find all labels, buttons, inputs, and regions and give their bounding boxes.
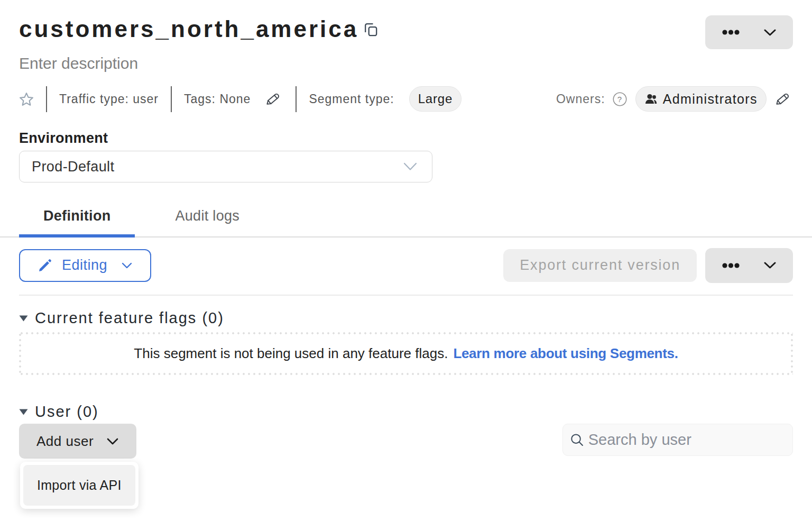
svg-text:?: ? bbox=[617, 95, 622, 104]
empty-state-text: This segment is not being used in any fe… bbox=[134, 345, 448, 362]
collapse-triangle-icon bbox=[19, 409, 28, 415]
favorite-star-icon[interactable] bbox=[19, 92, 34, 106]
tab-definition[interactable]: Definition bbox=[19, 203, 135, 236]
chevron-down-icon bbox=[122, 262, 132, 269]
export-current-version-button[interactable]: Export current version bbox=[503, 249, 697, 282]
chevron-down-icon bbox=[403, 162, 417, 171]
toolbar: Editing Export current version bbox=[19, 248, 793, 282]
chevron-down-icon bbox=[764, 262, 776, 269]
add-user-button[interactable]: Add user bbox=[19, 424, 136, 459]
search-by-user-box bbox=[562, 424, 793, 456]
search-by-user-input[interactable] bbox=[588, 431, 785, 449]
owners-badge[interactable]: Administrators bbox=[635, 86, 767, 112]
tab-audit-logs[interactable]: Audit logs bbox=[151, 203, 264, 236]
edit-owners-pencil-icon[interactable] bbox=[774, 91, 793, 107]
copy-icon[interactable] bbox=[364, 23, 377, 36]
divider bbox=[296, 86, 297, 112]
segment-type-value: Large bbox=[418, 92, 453, 106]
user-section-header[interactable]: User (0) bbox=[19, 403, 99, 421]
divider bbox=[171, 86, 172, 112]
edit-tags-pencil-icon[interactable] bbox=[264, 91, 283, 107]
segment-type-label: Segment type: bbox=[309, 92, 394, 106]
divider bbox=[46, 86, 47, 112]
chevron-down-icon bbox=[764, 29, 776, 36]
feature-flags-section-header[interactable]: Current feature flags (0) bbox=[19, 309, 224, 327]
traffic-type-label: Traffic type: user bbox=[59, 92, 159, 106]
owners-value: Administrators bbox=[663, 92, 758, 107]
user-heading: User (0) bbox=[35, 403, 99, 421]
collapse-triangle-icon bbox=[19, 315, 28, 322]
help-icon[interactable]: ? bbox=[613, 92, 627, 106]
tags-label: Tags: None bbox=[184, 92, 251, 106]
add-user-dropdown-menu: Import via API bbox=[20, 462, 139, 509]
pencil-icon bbox=[38, 259, 52, 272]
editing-label: Editing bbox=[62, 257, 107, 273]
title-row: customers_north_america bbox=[19, 16, 377, 42]
add-user-label: Add user bbox=[36, 433, 94, 450]
tab-bar: Definition Audit logs bbox=[0, 203, 812, 237]
meta-row: Traffic type: user Tags: None Segment ty… bbox=[19, 86, 793, 112]
environment-label: Environment bbox=[19, 130, 108, 147]
owners-label: Owners: bbox=[556, 92, 605, 106]
header-more-menu-button[interactable] bbox=[705, 15, 793, 49]
section-divider bbox=[19, 295, 793, 296]
description-placeholder[interactable]: Enter description bbox=[19, 54, 138, 72]
environment-selected-value: Prod-Default bbox=[32, 159, 114, 175]
segment-type-badge: Large bbox=[409, 86, 462, 112]
page-title: customers_north_america bbox=[19, 16, 358, 42]
learn-more-link[interactable]: Learn more about using Segments. bbox=[453, 345, 678, 362]
feature-flags-empty-state: This segment is not being used in any fe… bbox=[19, 332, 793, 375]
editing-dropdown-button[interactable]: Editing bbox=[19, 249, 151, 282]
environment-select[interactable]: Prod-Default bbox=[19, 151, 432, 182]
menu-item-import-via-api[interactable]: Import via API bbox=[23, 465, 135, 506]
search-icon bbox=[570, 433, 584, 447]
ellipsis-icon bbox=[722, 30, 740, 35]
owners-cluster: Owners: ? Administrators bbox=[556, 86, 793, 112]
definition-more-menu-button[interactable] bbox=[705, 248, 793, 283]
chevron-down-icon bbox=[107, 438, 118, 445]
ellipsis-icon bbox=[722, 263, 740, 268]
feature-flags-heading: Current feature flags (0) bbox=[35, 309, 224, 327]
people-icon bbox=[644, 93, 658, 105]
segment-detail-page: customers_north_america Enter descriptio… bbox=[0, 0, 812, 530]
